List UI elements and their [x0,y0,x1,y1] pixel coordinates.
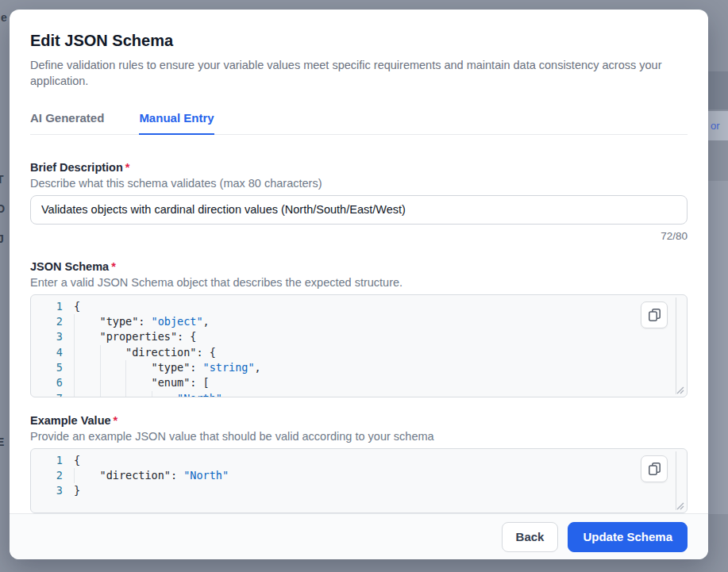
backdrop-fragment: or [711,120,720,132]
tab-bar: AI Generated Manual Entry [30,111,688,135]
line-number: 4 [31,345,63,360]
dialog-title: Edit JSON Schema [30,30,688,51]
dialog-description: Define validation rules to ensure your v… [30,57,688,89]
brief-description-helper: Describe what this schema validates (max… [30,175,688,191]
code-line: 1{ [31,453,687,468]
backdrop-fragment: e [1,11,7,24]
code-line: 2"type": "object", [31,314,687,329]
backdrop-band [708,181,728,514]
resize-grip[interactable] [676,501,685,511]
example-value-label-text: Example Value [30,414,111,427]
example-value-label: Example Value* [30,413,688,428]
copy-icon [648,308,661,321]
json-schema-section: JSON Schema* Enter a valid JSON Schema o… [30,259,688,397]
code-line: 4"direction": { [31,345,687,360]
copy-icon [648,462,661,475]
code-line: 2"direction": "North" [31,468,687,483]
json-schema-label: JSON Schema* [30,259,688,274]
backdrop-fragment: D [0,202,5,215]
back-button[interactable]: Back [502,522,559,552]
character-counter: 72/80 [30,229,688,243]
line-number: 1 [31,299,63,314]
backdrop-fragment: T [0,173,4,186]
example-value-editor[interactable]: 1{2"direction": "North"3} [30,448,688,513]
backdrop-band: or [708,111,728,140]
required-asterisk: * [114,414,118,427]
line-number: 1 [31,453,63,468]
code-line: 3"properties": { [31,329,687,344]
copy-button[interactable] [641,301,668,328]
line-number: 5 [31,360,63,375]
editor-scrollbar-gutter [676,298,676,394]
line-number: 2 [31,468,63,483]
line-number: 7 [31,391,63,397]
brief-description-label: Brief Description* [30,159,688,175]
backdrop-fragment: E [0,436,4,448]
copy-button[interactable] [641,455,668,482]
line-number: 2 [31,314,63,329]
code-line: 1{ [31,299,687,314]
line-number: 3 [31,329,63,344]
dialog-footer: Back Update Schema [10,513,708,559]
required-asterisk: * [111,260,116,273]
required-asterisk: * [125,161,130,174]
example-value-helper: Provide an example JSON value that shoul… [30,428,688,444]
backdrop-band [708,71,728,109]
json-schema-helper: Enter a valid JSON Schema object that de… [30,274,688,290]
brief-description-label-text: Brief Description [30,161,123,174]
backdrop-fragment: J [0,232,4,245]
json-schema-editor[interactable]: 1{2"type": "object",3"properties": {4"di… [30,294,688,397]
tab-ai-generated[interactable]: AI Generated [30,111,104,135]
line-number: 6 [31,375,63,390]
example-value-section: Example Value* Provide an example JSON v… [30,413,688,513]
code-line: 6"enum": [ [31,375,687,390]
json-schema-label-text: JSON Schema [30,260,109,273]
code-line: 7"North", [31,391,687,397]
resize-grip[interactable] [676,386,685,395]
update-schema-button[interactable]: Update Schema [568,522,688,552]
line-number: 3 [31,483,63,498]
brief-description-input[interactable] [30,195,688,225]
brief-description-section: Brief Description* Describe what this sc… [30,159,688,243]
edit-json-schema-dialog: Edit JSON Schema Define validation rules… [10,10,708,559]
code-line: 5"type": "string", [31,360,687,375]
code-line: 3} [31,483,687,498]
tab-manual-entry[interactable]: Manual Entry [139,111,214,135]
